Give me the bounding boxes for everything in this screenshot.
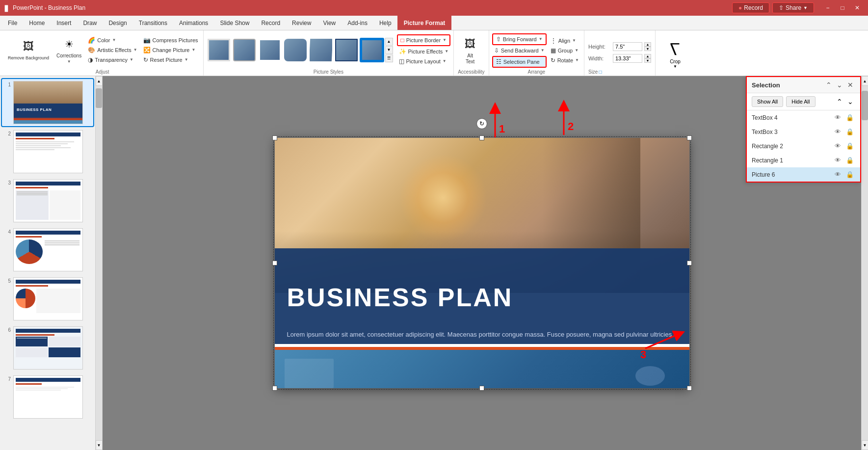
handle-bm[interactable] [479,386,484,391]
sp-item-rectangle2[interactable]: Rectangle 2 👁 🔒 [747,139,860,153]
sp-item-textbox4[interactable]: TextBox 4 👁 🔒 [747,110,860,125]
slide-thumb-1[interactable]: 1 BUSINESS PLAN [2,79,93,126]
group-button[interactable]: ▦ Group ▼ [549,46,581,55]
tab-addins[interactable]: Add-ins [342,16,373,30]
styles-scroll-more[interactable]: ☰ [385,54,393,62]
change-picture-button[interactable]: 🔀 Change Picture ▼ [141,46,200,54]
tab-picture-format[interactable]: Picture Format [397,16,452,30]
tab-draw[interactable]: Draw [77,16,103,30]
handle-tl[interactable] [272,135,277,140]
transparency-button[interactable]: ◑ Transparency ▼ [86,55,139,64]
remove-background-button[interactable]: 🖼 Remove Background [5,37,52,63]
compress-pictures-button[interactable]: 📷 Compress Pictures [141,36,200,45]
canvas-scroll-down[interactable]: ▼ [862,440,868,450]
handle-br[interactable] [687,386,692,391]
width-down-button[interactable]: ▼ [644,58,651,63]
slide-subtitle: Lorem ipsum dolor sit amet, consectetuer… [287,330,680,340]
show-all-button[interactable]: Show All [752,96,783,107]
selection-pane-actions: Show All Hide All ⌃ ⌄ [747,93,860,110]
align-button[interactable]: ⋮ Align ▼ [549,36,581,45]
sp-lock-picture6[interactable]: 🔒 [844,170,855,179]
slide-thumb-6[interactable]: 6 [2,324,93,371]
share-button[interactable]: ⇧ Share ▼ [772,2,814,13]
tab-review[interactable]: Review [286,16,317,30]
sp-order-up[interactable]: ⌃ [835,96,844,107]
height-input[interactable] [613,42,642,51]
pic-style-1[interactable] [207,38,231,62]
sp-lock-rectangle2[interactable]: 🔒 [844,142,855,150]
tab-view[interactable]: View [317,16,342,30]
sp-order-down[interactable]: ⌄ [845,96,855,107]
slide-thumb-4[interactable]: 4 [2,226,93,273]
tab-transitions[interactable]: Transitions [133,16,173,30]
sp-eye-rectangle2[interactable]: 👁 [833,142,842,150]
slide-panel-scrollbar[interactable]: ▲ ▼ [96,76,103,450]
pic-style-2[interactable] [232,38,257,62]
styles-scroll-up[interactable]: ▲ [385,38,393,46]
canvas-scrollbar-v[interactable]: ▲ ▼ [861,76,868,450]
scroll-down-button[interactable]: ▼ [96,440,103,450]
pic-style-7[interactable] [360,38,384,62]
selection-pane-close-button[interactable]: ✕ [845,80,855,90]
slide-canvas[interactable]: BUSINESS PLAN Lorem ipsum dolor sit amet… [275,138,689,388]
sp-lock-rectangle1[interactable]: 🔒 [844,156,855,164]
scroll-up-button[interactable]: ▲ [96,76,103,86]
pic-style-5[interactable] [309,38,333,62]
pic-style-4[interactable] [283,38,308,62]
picture-layout-button[interactable]: ◫ Picture Layout ▼ [397,57,451,66]
canvas-scroll-up[interactable]: ▲ [862,76,868,86]
sp-eye-picture6[interactable]: 👁 [833,170,842,179]
picture-effects-button[interactable]: ✨ Picture Effects ▼ [397,47,451,56]
tab-animations[interactable]: Animations [173,16,214,30]
slide-thumb-7[interactable]: 7 [2,373,93,421]
selection-pane-collapse-button[interactable]: ⌃ [824,80,834,90]
record-button[interactable]: ● Record [732,2,769,13]
color-button[interactable]: 🌈 Color ▼ [86,36,139,45]
tab-design[interactable]: Design [103,16,132,30]
tab-slideshow[interactable]: Slide Show [214,16,255,30]
handle-tr[interactable] [687,135,692,140]
pic-style-3[interactable] [258,38,282,62]
height-down-button[interactable]: ▼ [644,47,651,51]
styles-scroll-down[interactable]: ▼ [385,46,393,54]
width-input[interactable] [613,54,642,63]
slide-thumb-3[interactable]: 3 [2,177,93,224]
sp-item-textbox3[interactable]: TextBox 3 👁 🔒 [747,125,860,139]
selection-pane-button[interactable]: ☷ Selection Pane [492,56,547,68]
rotate-button[interactable]: ↻ Rotate ▼ [549,56,581,65]
slide-thumb-5[interactable]: 5 [2,275,93,322]
sp-lock-textbox4[interactable]: 🔒 [844,113,855,122]
restore-button[interactable]: □ [836,2,849,13]
corrections-button[interactable]: ☀ Corrections ▼ [54,35,84,65]
sp-item-rectangle1[interactable]: Rectangle 1 👁 🔒 [747,153,860,167]
minimize-button[interactable]: − [821,2,835,13]
tab-insert[interactable]: Insert [51,16,77,30]
selection-pane-expand-button[interactable]: ⌄ [835,80,844,90]
reset-picture-button[interactable]: ↻ Reset Picture ▼ [141,55,200,64]
slide-thumb-2[interactable]: 2 [2,128,93,175]
bring-forward-button[interactable]: ⇧ Bring Forward ▼ [492,33,547,45]
sp-eye-textbox3[interactable]: 👁 [833,128,842,136]
alt-text-button[interactable]: 🖼 AltText [458,34,482,67]
send-backward-button[interactable]: ⇩ Send Backward ▼ [492,46,547,55]
handle-bl[interactable] [272,386,277,391]
sp-eye-textbox4[interactable]: 👁 [833,113,842,122]
sp-item-picture6[interactable]: Picture 6 👁 🔒 [747,167,860,182]
height-up-button[interactable]: ▲ [644,42,651,47]
artistic-effects-button[interactable]: 🎨 Artistic Effects ▼ [86,46,139,54]
sp-eye-rectangle1[interactable]: 👁 [833,156,842,164]
hide-all-button[interactable]: Hide All [786,96,815,107]
pic-style-scroll[interactable]: ▲ ▼ ☰ [385,38,393,62]
crop-button[interactable]: ⎲ Crop ▼ [660,34,690,72]
tab-record[interactable]: Record [255,16,286,30]
width-up-button[interactable]: ▲ [644,54,651,58]
tab-help[interactable]: Help [373,16,397,30]
pic-style-6[interactable] [334,38,359,62]
tab-file[interactable]: File [2,16,23,30]
handle-ml[interactable] [272,261,277,265]
picture-border-button[interactable]: □ Picture Border ▼ [397,34,451,46]
tab-home[interactable]: Home [23,16,51,30]
sp-lock-textbox3[interactable]: 🔒 [844,128,855,136]
handle-mr[interactable] [687,261,692,265]
close-button[interactable]: ✕ [850,2,864,13]
